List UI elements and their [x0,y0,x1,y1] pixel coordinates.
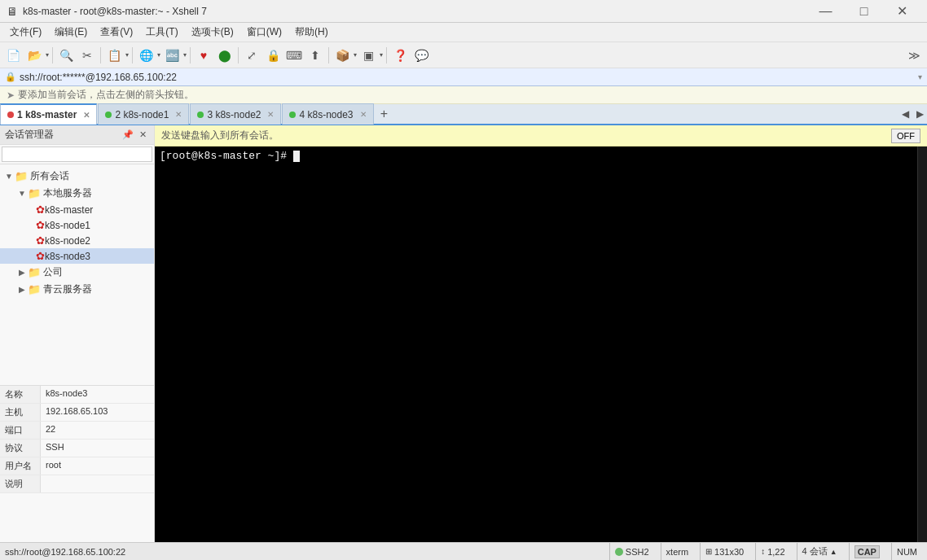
expand-qingyun[interactable]: ▶ [16,285,28,294]
tab-close-3[interactable]: ✕ [360,110,367,119]
tree-item-k8s-node3[interactable]: ✿ k8s-node3 [0,248,154,264]
send-all-toggle-button[interactable]: OFF [891,129,920,143]
tree-item-qingyun[interactable]: ▶ 📁 青云服务器 [0,281,154,298]
open-arrow[interactable]: ▾ [46,51,49,59]
notification-text: 要添加当前会话，点击左侧的箭头按钮。 [18,88,194,102]
toolbar-btn2[interactable]: 🔍 [56,46,76,65]
tab-label-1: 2 k8s-node1 [115,109,169,120]
address-bar: 🔒 ssh://root:******@192.168.65.100:22 ▾ [0,68,927,86]
open-button[interactable]: 📂 [24,46,44,65]
sep5 [238,47,239,63]
menu-help[interactable]: 帮助(H) [288,24,335,41]
tree-item-k8s-master[interactable]: ✿ k8s-master [0,202,154,217]
menu-bar: 文件(F) 编辑(E) 查看(V) 工具(T) 选项卡(B) 窗口(W) 帮助(… [0,23,927,42]
status-num-segment: NUM [891,543,922,560]
sessions-arrow-up[interactable]: ▲ [830,548,837,556]
sidebar-search-input[interactable] [2,147,152,162]
transfer-arrow[interactable]: ▾ [354,51,357,59]
minimize-button[interactable]: — [807,0,844,23]
label-local: 本地服务器 [43,186,92,200]
toolbar-btn6[interactable]: 🔤 [162,46,182,65]
toolbar-btn-heart[interactable]: ♥ [194,46,213,65]
tab-0[interactable]: 1 k8s-master ✕ [0,103,97,125]
tree-item-local[interactable]: ▼ 📁 本地服务器 [0,185,154,202]
status-address: ssh://root@192.168.65.100:22 [5,547,603,557]
close-button[interactable]: ✕ [884,0,920,23]
arrow-icon: ➤ [7,90,15,101]
menu-tabs[interactable]: 选项卡(B) [185,24,240,41]
toolbar-btn-lock[interactable]: 🔒 [263,46,283,65]
menu-view[interactable]: 查看(V) [94,24,139,41]
sep3 [132,47,133,63]
expand-company[interactable]: ▶ [16,268,28,277]
toolbar: 📄 📂 ▾ 🔍 ✂ 📋 ▾ 🌐 ▾ 🔤 ▾ ♥ ⬤ ⤢ 🔒 ⌨ ⬆ 📦 ▾ ▣ … [0,42,927,68]
menu-tools[interactable]: 工具(T) [139,24,184,41]
tree-item-all-sessions[interactable]: ▼ 📁 所有会话 [0,168,154,185]
server-icon-node2: ✿ [36,234,45,247]
sep2 [100,47,101,63]
address-dropdown-icon[interactable]: ▾ [918,72,922,81]
toolbar-btn3[interactable]: ✂ [77,46,97,65]
info-value-desc [41,475,154,492]
toolbar-transfer-btn[interactable]: 📦 [332,46,352,65]
toolbar-expand-btn[interactable]: ≫ [904,46,924,65]
btn6-arrow[interactable]: ▾ [183,51,187,59]
toolbar-btn5[interactable]: 🌐 [136,46,156,65]
tab-3[interactable]: 4 k8s-node3 ✕ [282,103,373,125]
tab-2[interactable]: 3 k8s-node2 ✕ [190,103,281,125]
terminal-scrollbar[interactable] [917,147,927,542]
tree-item-k8s-node2[interactable]: ✿ k8s-node2 [0,233,154,248]
toolbar-btn-circle[interactable]: ⬤ [215,46,235,65]
tab-1[interactable]: 2 k8s-node1 ✕ [98,103,189,125]
tab-nav-prev[interactable]: ◀ [898,103,912,125]
menu-edit[interactable]: 编辑(E) [48,24,94,41]
tab-close-1[interactable]: ✕ [175,110,182,119]
tab-close-2[interactable]: ✕ [267,110,274,119]
term-arrow[interactable]: ▾ [380,51,383,59]
maximize-button[interactable]: □ [846,0,882,23]
info-value-name: k8s-node3 [41,386,154,403]
tab-close-0[interactable]: ✕ [83,111,90,120]
sidebar-close-button[interactable]: ✕ [136,129,149,142]
expand-all-sessions[interactable]: ▼ [3,172,15,181]
status-sessions-segment: 4 会话 ▲ [797,543,842,560]
info-label-user: 用户名 [0,457,41,475]
toolbar-term-btn[interactable]: ▣ [358,46,378,65]
toolbar-help-btn[interactable]: ❓ [390,46,410,65]
toolbar-chat-btn[interactable]: 💬 [411,46,431,65]
info-value-port: 22 [41,422,154,439]
menu-file[interactable]: 文件(F) [3,24,48,41]
tab-dot-0 [7,112,14,118]
expand-local[interactable]: ▼ [16,189,28,198]
terminal[interactable]: [root@k8s-master ~]# [155,147,917,542]
server-icon-master: ✿ [36,203,45,216]
tab-dot-2 [197,112,204,118]
status-protocol: SSH2 [626,547,649,557]
label-k8s-node1: k8s-node1 [45,220,90,231]
btn4-arrow[interactable]: ▾ [125,51,129,59]
send-all-text: 发送键盘输入到所有会话。 [161,129,279,142]
menu-window[interactable]: 窗口(W) [240,24,288,41]
label-company: 公司 [43,265,63,279]
toolbar-btn-resize[interactable]: ⤢ [242,46,261,65]
tab-nav-next[interactable]: ▶ [912,103,927,125]
status-cap-segment: CAP [849,543,885,560]
sidebar-title: 会话管理器 [5,128,54,142]
toolbar-btn4[interactable]: 📋 [104,46,124,65]
add-tab-button[interactable]: + [375,103,394,125]
btn5-arrow[interactable]: ▾ [157,51,160,59]
toolbar-btn-up[interactable]: ⬆ [305,46,325,65]
tab-dot-1 [105,112,112,118]
info-value-protocol: SSH [41,440,154,457]
tree-item-k8s-node1[interactable]: ✿ k8s-node1 [0,217,154,233]
sidebar-pin-button[interactable]: 📌 [121,129,134,142]
sep6 [328,47,329,63]
title-text: k8s-master - root@k8s-master:~ - Xshell … [23,6,207,17]
info-row-protocol: 协议 SSH [0,440,154,457]
status-bar: ssh://root@192.168.65.100:22 SSH2 xterm … [0,542,927,560]
sidebar-header-actions: 📌 ✕ [121,129,149,142]
label-k8s-master: k8s-master [45,204,93,216]
toolbar-btn-kbd[interactable]: ⌨ [284,46,304,65]
tree-item-company[interactable]: ▶ 📁 公司 [0,264,154,281]
new-session-button[interactable]: 📄 [3,46,23,65]
